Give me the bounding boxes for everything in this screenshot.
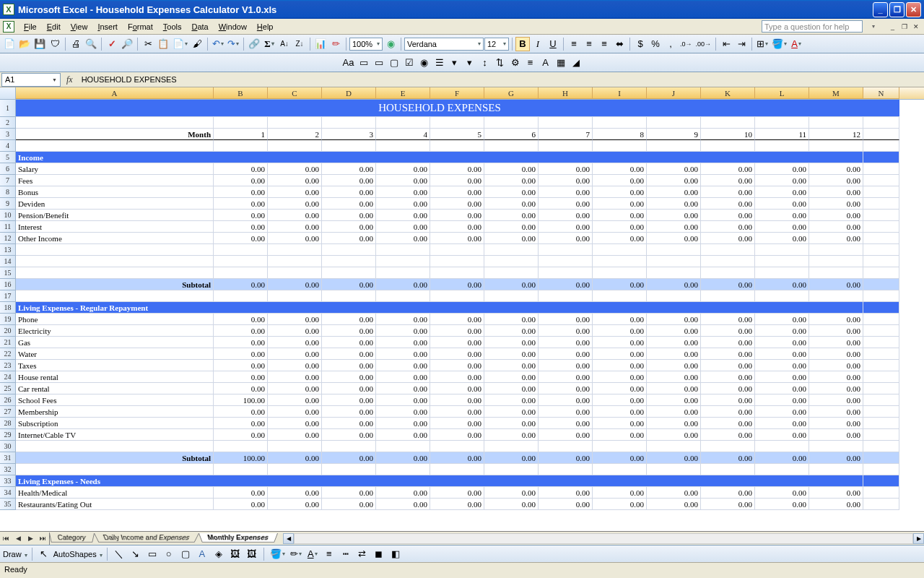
cell[interactable] — [701, 140, 755, 152]
cell[interactable] — [701, 290, 755, 302]
cell[interactable]: 0.00 — [539, 186, 593, 198]
cell[interactable]: Interest — [16, 221, 214, 233]
cell[interactable]: 0.00 — [484, 360, 539, 371]
row-header[interactable]: 22 — [0, 348, 16, 360]
cell[interactable] — [539, 267, 593, 279]
cell[interactable]: 0.00 — [430, 348, 484, 360]
cut-button[interactable]: ✂ — [141, 37, 155, 51]
cell[interactable] — [376, 441, 430, 452]
cell[interactable] — [809, 244, 863, 256]
cell[interactable]: 0.00 — [593, 325, 647, 337]
row-header[interactable]: 28 — [0, 418, 16, 429]
cell[interactable]: Income — [16, 152, 863, 163]
cell[interactable]: 0.00 — [701, 221, 755, 233]
cell[interactable] — [863, 279, 899, 290]
cell[interactable]: 0.00 — [647, 383, 701, 394]
cell[interactable]: 1 — [214, 129, 268, 140]
cell[interactable] — [809, 267, 863, 279]
cell[interactable]: 0.00 — [701, 452, 755, 464]
row-header[interactable]: 17 — [0, 290, 16, 302]
zoom-box[interactable]: 100%▾ — [349, 38, 383, 51]
cell[interactable] — [376, 117, 430, 129]
cell[interactable]: 0.00 — [268, 233, 322, 244]
cell[interactable]: 0.00 — [755, 394, 809, 406]
cell[interactable]: 0.00 — [322, 360, 376, 371]
cell[interactable]: 12 — [809, 129, 863, 140]
cell[interactable]: 0.00 — [539, 394, 593, 406]
cell[interactable]: 0.00 — [268, 487, 322, 499]
cell[interactable]: 0.00 — [701, 314, 755, 325]
cell[interactable]: 0.00 — [214, 360, 268, 371]
checkbox-tool-button[interactable]: ☑ — [402, 56, 417, 70]
arrow-button[interactable]: ↘ — [128, 547, 143, 561]
help-button[interactable]: ◉ — [383, 37, 398, 51]
cell[interactable]: 0.00 — [430, 221, 484, 233]
cell[interactable] — [863, 383, 899, 394]
cell[interactable] — [809, 140, 863, 152]
cell[interactable]: 0.00 — [809, 360, 863, 371]
cell[interactable] — [539, 244, 593, 256]
cell[interactable] — [809, 290, 863, 302]
cell[interactable]: 0.00 — [322, 314, 376, 325]
row-header[interactable]: 14 — [0, 256, 16, 267]
cell[interactable]: 0.00 — [268, 348, 322, 360]
cell[interactable] — [484, 117, 539, 129]
cell[interactable]: 0.00 — [701, 186, 755, 198]
cell[interactable]: 0.00 — [593, 429, 647, 441]
cell[interactable]: 0.00 — [593, 186, 647, 198]
cell[interactable] — [593, 290, 647, 302]
cell[interactable]: 0.00 — [322, 348, 376, 360]
font-name-box[interactable]: Verdana▾ — [404, 38, 484, 51]
font-color-button[interactable]: A▾ — [789, 37, 803, 51]
cell[interactable]: School Fees — [16, 394, 214, 406]
cell[interactable] — [214, 290, 268, 302]
cell[interactable] — [863, 198, 899, 210]
cell[interactable]: 0.00 — [268, 406, 322, 418]
cell[interactable]: 0.00 — [809, 186, 863, 198]
increase-decimal-button[interactable]: .0→ — [679, 37, 694, 51]
cell[interactable]: 0.00 — [484, 233, 539, 244]
cell[interactable] — [809, 441, 863, 452]
print-preview-button[interactable]: 🔍 — [84, 37, 98, 51]
cell[interactable] — [376, 464, 430, 475]
cell[interactable]: 0.00 — [755, 383, 809, 394]
3d-button[interactable]: ◧ — [388, 547, 403, 561]
sort-desc-button[interactable]: Z↓ — [292, 37, 307, 51]
cell[interactable]: 0.00 — [322, 325, 376, 337]
cell[interactable]: 0.00 — [376, 452, 430, 464]
cell[interactable]: 0.00 — [484, 314, 539, 325]
menu-tools[interactable]: Tools — [158, 21, 187, 33]
rectangle-button[interactable]: ▭ — [145, 547, 160, 561]
line-color-button[interactable]: ✏▾ — [289, 547, 303, 561]
clipart-button[interactable]: 🖼 — [228, 547, 243, 561]
cell[interactable]: 0.00 — [430, 383, 484, 394]
cell[interactable] — [322, 256, 376, 267]
cell[interactable]: 0.00 — [268, 314, 322, 325]
cell[interactable] — [755, 441, 809, 452]
row-header[interactable]: 9 — [0, 198, 16, 210]
cell[interactable] — [809, 117, 863, 129]
cell[interactable]: 0.00 — [809, 348, 863, 360]
maximize-button[interactable]: ❐ — [889, 2, 905, 17]
row-header[interactable]: 29 — [0, 429, 16, 441]
cell[interactable] — [214, 117, 268, 129]
cell[interactable] — [430, 464, 484, 475]
cell[interactable] — [863, 175, 899, 186]
cell[interactable]: 0.00 — [647, 198, 701, 210]
cell[interactable]: 0.00 — [809, 210, 863, 221]
cell[interactable] — [484, 256, 539, 267]
cell[interactable]: 0.00 — [484, 221, 539, 233]
cell[interactable]: 0.00 — [755, 499, 809, 510]
cell[interactable]: 0.00 — [593, 337, 647, 348]
font-size-box[interactable]: 12▾ — [484, 38, 509, 51]
cell[interactable]: 0.00 — [809, 325, 863, 337]
cell[interactable]: 0.00 — [539, 175, 593, 186]
cell[interactable]: 0.00 — [484, 452, 539, 464]
cell[interactable] — [863, 129, 899, 140]
select-all-corner[interactable] — [0, 87, 16, 100]
cell[interactable] — [647, 267, 701, 279]
menu-help[interactable]: Help — [252, 21, 279, 33]
cell[interactable] — [863, 100, 899, 117]
cell[interactable] — [376, 290, 430, 302]
cell[interactable] — [593, 464, 647, 475]
